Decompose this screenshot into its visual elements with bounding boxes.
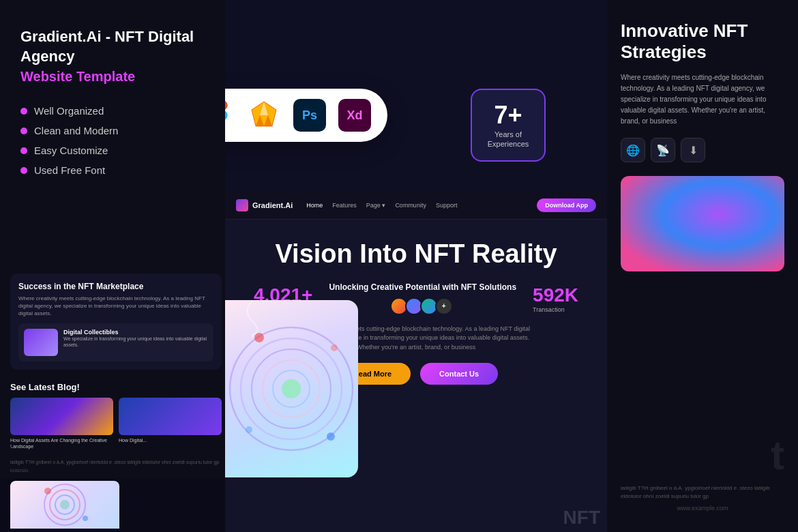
feature-item-3: Easy Customize xyxy=(20,145,211,156)
main-preview: Ps Xd 7+ Years of Experiences Gradient.A… xyxy=(225,0,607,532)
right-preview-image xyxy=(621,176,784,271)
feature-item-4: Used Free Font xyxy=(20,164,211,176)
transaction-number: 592K xyxy=(533,284,578,306)
digital-collectibles-card: Digital Collectibles We specialize in tr… xyxy=(18,323,213,361)
right-icons-row: 🌐 📡 ⬇ xyxy=(621,138,784,162)
photoshop-icon: Ps xyxy=(293,99,326,132)
spiral-svg xyxy=(10,481,119,529)
left-bottom-section: Success in the NFT Marketplace Where cre… xyxy=(0,274,232,532)
bullet-icon xyxy=(20,128,27,134)
right-bottom-lorem: latilgib T?#t gnlbeel o á.A. ypgloirloef… xyxy=(621,484,784,501)
lorem-text: latilgib T?#t gnlbeel o á.A. ypgloirloef… xyxy=(0,455,232,477)
years-label: Years of Experiences xyxy=(486,130,531,149)
bottom-strip xyxy=(0,477,232,532)
sketch-icon xyxy=(247,98,281,132)
contact-button[interactable]: Contact Us xyxy=(420,363,498,385)
dc-thumbnail xyxy=(24,329,58,356)
preview-blob xyxy=(621,176,784,271)
right-info-panel: Innovative NFT Strategies Where creativi… xyxy=(607,0,798,532)
brand-title: Gradient.Ai - NFT Digital Agency xyxy=(20,27,211,66)
xd-icon: Xd xyxy=(338,99,371,132)
avatar-plus: + xyxy=(435,297,453,315)
rss-icon-btn[interactable]: 📡 xyxy=(651,138,675,162)
hero-subtitle: Unlocking Creative Potential with NFT So… xyxy=(329,282,516,292)
blog-thumbnails: How Digital Assets Are Changing the Crea… xyxy=(0,398,232,449)
nft-success-card: Success in the NFT Marketplace Where cre… xyxy=(10,274,222,370)
download-icon-btn[interactable]: ⬇ xyxy=(681,138,705,162)
digital-collectibles-desc: We specialize in transforming your uniqu… xyxy=(63,336,208,348)
blog-thumb-caption-2: How Digital... xyxy=(119,437,222,443)
blog-thumb-caption-1: How Digital Assets Are Changing the Crea… xyxy=(10,437,113,449)
preview-navbar: Gradient.Ai Home Features Page ▾ Communi… xyxy=(225,191,607,220)
bullet-icon xyxy=(20,147,27,154)
blog-thumb-img-2 xyxy=(119,398,222,435)
svg-point-5 xyxy=(83,516,88,521)
tools-strip: Ps Xd xyxy=(225,89,387,142)
blog-thumb-2: How Digital... xyxy=(119,398,222,449)
years-badge: 7+ Years of Experiences xyxy=(471,89,546,162)
decorative-char: t xyxy=(621,432,784,479)
preview-logo: Gradient.Ai xyxy=(236,199,293,211)
feature-item-2: Clean and Modern xyxy=(20,125,211,136)
brand-subtitle: Website Template xyxy=(20,69,211,85)
years-number: 7+ xyxy=(486,101,531,130)
nft-success-title: Success in the NFT Marketplace xyxy=(18,282,213,291)
preview-nav-links: Home Features Page ▾ Community Support xyxy=(306,202,523,209)
svg-point-20 xyxy=(282,379,301,398)
left-squiggle xyxy=(239,297,266,341)
svg-point-10 xyxy=(225,110,228,121)
preview-logo-icon xyxy=(236,199,248,211)
spiral-preview-small xyxy=(10,481,119,529)
nav-link-home[interactable]: Home xyxy=(306,202,323,209)
svg-point-22 xyxy=(327,432,335,441)
nft-success-desc: Where creativity meets cutting-edge bloc… xyxy=(18,295,213,318)
nav-link-support[interactable]: Support xyxy=(436,202,458,209)
nav-link-page[interactable]: Page ▾ xyxy=(366,202,386,209)
svg-marker-25 xyxy=(251,335,254,338)
blog-thumb-img-1 xyxy=(10,398,113,435)
svg-point-23 xyxy=(331,344,338,351)
svg-point-24 xyxy=(246,426,252,433)
preview-hero-title: Vision Into NFT Reality xyxy=(246,240,587,269)
nav-link-features[interactable]: Features xyxy=(332,202,357,209)
feature-list: Well Organized Clean and Modern Easy Cus… xyxy=(20,105,211,176)
svg-point-4 xyxy=(44,488,51,494)
innovative-desc: Where creativity meets cutting-edge bloc… xyxy=(621,72,784,127)
feature-item-1: Well Organized xyxy=(20,105,211,117)
innovative-heading: Innovative NFT Strategies xyxy=(621,20,784,63)
nft-watermark: NFT xyxy=(563,507,600,529)
see-latest-blog-label: See Latest Blog! xyxy=(0,376,232,398)
globe-icon-btn[interactable]: 🌐 xyxy=(621,138,645,162)
preview-stat-transactions: 592K Transaction xyxy=(533,284,578,313)
preview-download-button[interactable]: Download App xyxy=(537,198,596,212)
bullet-icon xyxy=(20,108,27,115)
www-label: www.example.com xyxy=(621,505,784,512)
blog-thumb-1: How Digital Assets Are Changing the Crea… xyxy=(10,398,113,449)
bullet-icon xyxy=(20,167,27,174)
digital-collectibles-label: Digital Collectibles xyxy=(63,329,208,336)
svg-rect-7 xyxy=(225,100,228,110)
left-panel: Gradient.Ai - NFT Digital Agency Website… xyxy=(0,0,232,532)
figma-icon xyxy=(225,98,235,132)
nav-link-community[interactable]: Community xyxy=(395,202,426,209)
transaction-label: Transaction xyxy=(533,306,578,313)
svg-point-3 xyxy=(60,500,70,509)
